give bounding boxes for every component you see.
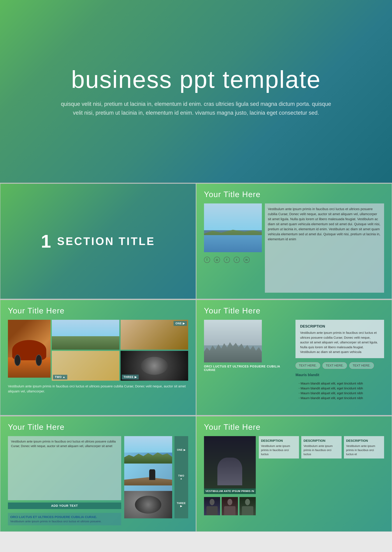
tumblr-icon[interactable]: t bbox=[234, 257, 240, 263]
slide-3-content: 𝕋 ◎ f t in Vestibulum ante ipsum primis … bbox=[204, 204, 384, 293]
badge-2[interactable]: TEXT HERE. bbox=[322, 362, 347, 369]
slides-row-3: Your Title Here Vestibulum ante ipsum pr… bbox=[0, 416, 392, 532]
desc-col-3: DESCRIPTION Vestibulum ante ipsum primis… bbox=[344, 436, 384, 459]
bullet-4: Maurn blandit aliquet elit, eget tincidu… bbox=[295, 396, 384, 400]
description-box: DESCRIPTION Vestibulum ante ipsum primis… bbox=[295, 320, 384, 358]
tl-label-two: TWO ▲ bbox=[175, 464, 188, 491]
small-person-1 bbox=[204, 497, 220, 515]
desc-col-2-text: Vestibulum ante ipsum primis in faucibus… bbox=[304, 444, 339, 456]
desc-right: DESCRIPTION Vestibulum ante ipsum primis… bbox=[295, 320, 384, 409]
tl-image-2 bbox=[124, 464, 172, 491]
tl-label-one: ONE ▶ bbox=[175, 436, 188, 464]
sky-layer bbox=[204, 204, 262, 230]
facebook-icon[interactable]: f bbox=[224, 257, 230, 263]
car-wheel-right bbox=[36, 354, 42, 366]
desc-caption: ORCI LUCTUS ET ULTRICES POSUERE CUBILIA … bbox=[204, 365, 293, 372]
desc-col-3-title: DESCRIPTION bbox=[346, 439, 382, 443]
badge-3[interactable]: TEXT HERE. bbox=[349, 362, 374, 369]
description-title: DESCRIPTION bbox=[300, 324, 379, 329]
section-title: SECTION TITLE bbox=[57, 235, 155, 248]
photo-caption: Vestibulum ante ipsum primis in faucibus… bbox=[8, 384, 188, 394]
small-person-3 bbox=[239, 497, 256, 515]
slide-section: 1 SECTION TITLE bbox=[0, 183, 196, 299]
hero-subtitle: quisque velit nisi, pretium ut lacinia i… bbox=[59, 99, 333, 117]
slide-3-left: 𝕋 ◎ f t in bbox=[204, 204, 262, 293]
sand-photo: TWO bbox=[52, 351, 119, 381]
photo-label-three: THREE bbox=[122, 375, 139, 380]
desc-col-1: DESCRIPTION Vestibulum ante ipsum primis… bbox=[259, 436, 299, 459]
photo-mosaic: ONE TWO THREE bbox=[8, 320, 188, 381]
cyclist-photo: ONE bbox=[120, 320, 188, 350]
people-right: DESCRIPTION Vestibulum ante ipsum primis… bbox=[259, 436, 384, 525]
hero-title: business ppt template bbox=[71, 65, 321, 93]
orci-subtext: Vestibulum ante ipsum primis in faucibus… bbox=[10, 520, 119, 523]
badge-1[interactable]: TEXT HERE. bbox=[295, 362, 320, 369]
vestibulum-title: VESTIBULUM ANTE IPSUM PRIMIS IN bbox=[205, 490, 254, 493]
bullet-1: Maurn blandit aliquet elit, eget tincidu… bbox=[295, 382, 384, 385]
twitter-icon[interactable]: 𝕋 bbox=[204, 257, 210, 263]
badge-row: TEXT HERE. TEXT HERE. TEXT HERE. bbox=[295, 362, 384, 369]
instagram-icon[interactable]: ◎ bbox=[214, 257, 220, 263]
description-text: Vestibulum ante ipsum primis in faucibus… bbox=[300, 330, 379, 354]
timeline-text-area: Vestibulum ante ipsum primis in faucibus… bbox=[8, 436, 121, 525]
timeline-text: Vestibulum ante ipsum primis in faucibus… bbox=[11, 439, 118, 448]
water-layer bbox=[204, 235, 262, 252]
slide-5-title: Your Title Here bbox=[204, 306, 384, 315]
orci-text-box: ORCI LUCTUS ET ULTRICES POSUERE CUBILIA … bbox=[8, 513, 121, 525]
slide-6-title: Your Title Here bbox=[8, 422, 188, 432]
slides-row-2: Your Title Here ONE bbox=[0, 300, 392, 415]
small-person-2 bbox=[222, 497, 238, 515]
tl-image-3 bbox=[124, 491, 172, 518]
desc-col-1-text: Vestibulum ante ipsum primis in faucibus… bbox=[261, 444, 297, 456]
slide-hero: business ppt template quisque velit nisi… bbox=[0, 0, 392, 183]
tl-image-1 bbox=[124, 436, 172, 464]
slide-title-image: Your Title Here 𝕋 ◎ f t in Vestibulum an… bbox=[196, 183, 392, 299]
section-number: 1 bbox=[41, 231, 51, 252]
desc-col-2-title: DESCRIPTION bbox=[304, 439, 339, 443]
people-left: VESTIBULUM ANTE IPSUM PRIMIS IN bbox=[204, 436, 256, 525]
timeline-text-box: Vestibulum ante ipsum primis in faucibus… bbox=[8, 436, 121, 500]
misty-trees-image bbox=[204, 320, 262, 362]
tl-item-1: ONE ▶ bbox=[124, 436, 188, 464]
slide-7-title: Your Title Here bbox=[204, 422, 384, 432]
tl-label-three: THREE ▶ bbox=[175, 491, 188, 518]
slide-people: Your Title Here VESTIBULUM ANTE IPSUM PR… bbox=[196, 416, 392, 532]
desc-col-3-text: Vestibulum ante ipsum primis in faucibus… bbox=[346, 444, 382, 456]
small-people-row bbox=[204, 497, 256, 515]
hands-stack bbox=[214, 451, 245, 485]
social-icons-row: 𝕋 ◎ f t in bbox=[204, 257, 262, 263]
car-wheel-left bbox=[14, 354, 21, 366]
tl-item-3: THREE ▶ bbox=[124, 491, 188, 518]
timeline-content: Vestibulum ante ipsum primis in faucibus… bbox=[8, 436, 188, 525]
desc-col-2: DESCRIPTION Vestibulum ante ipsum primis… bbox=[301, 436, 342, 459]
photo-label-two: TWO bbox=[53, 375, 67, 380]
wheel-photo: THREE bbox=[120, 351, 188, 381]
sky-photo bbox=[52, 320, 119, 350]
car-photo bbox=[8, 320, 50, 378]
slide-timeline: Your Title Here Vestibulum ante ipsum pr… bbox=[0, 416, 196, 532]
tl-item-2: TWO ▲ bbox=[124, 464, 188, 491]
photo-label-one: ONE bbox=[174, 321, 187, 326]
people-content: VESTIBULUM ANTE IPSUM PRIMIS IN bbox=[204, 436, 384, 525]
slide-3-text: Vestibulum ante ipsum primis in faucibus… bbox=[265, 204, 384, 293]
image-title-overlay: VESTIBULUM ANTE IPSUM PRIMIS IN bbox=[204, 488, 256, 494]
slide-photo-grid: Your Title Here ONE bbox=[0, 300, 196, 415]
desc-content: ORCI LUCTUS ET ULTRICES POSUERE CUBILIA … bbox=[204, 320, 384, 409]
hubcap bbox=[141, 357, 168, 375]
desc-col-1-title: DESCRIPTION bbox=[261, 439, 297, 443]
mauris-title: Mauris blandit bbox=[295, 373, 384, 377]
bullet-list: Maurn blandit aliquet elit, eget tincidu… bbox=[295, 382, 384, 401]
photo-grid-right: ONE TWO THREE bbox=[52, 320, 188, 381]
coastal-image bbox=[204, 204, 262, 252]
linkedin-icon[interactable]: in bbox=[244, 257, 250, 263]
slides-row-1: 1 SECTION TITLE Your Title Here 𝕋 ◎ f t … bbox=[0, 183, 392, 299]
bullet-2: Maurn blandit aliquet elit, eget tincidu… bbox=[295, 387, 384, 390]
slide-3-title: Your Title Here bbox=[204, 190, 384, 199]
timeline-right: ONE ▶ TWO ▲ THREE ▶ bbox=[124, 436, 188, 525]
main-people-image: VESTIBULUM ANTE IPSUM PRIMIS IN bbox=[204, 436, 256, 494]
bullet-3: Maurn blandit aliquet elit, eget tincidu… bbox=[295, 391, 384, 395]
orci-title: ORCI LUCTUS ET ULTRICES POSUERE CUBILIA … bbox=[10, 515, 119, 519]
desc-left: ORCI LUCTUS ET ULTRICES POSUERE CUBILIA … bbox=[204, 320, 293, 409]
slide-description: Your Title Here ORCI LUCTUS ET ULTRICES … bbox=[196, 300, 392, 415]
add-text-button[interactable]: ADD YOUR TEXT bbox=[8, 502, 121, 509]
